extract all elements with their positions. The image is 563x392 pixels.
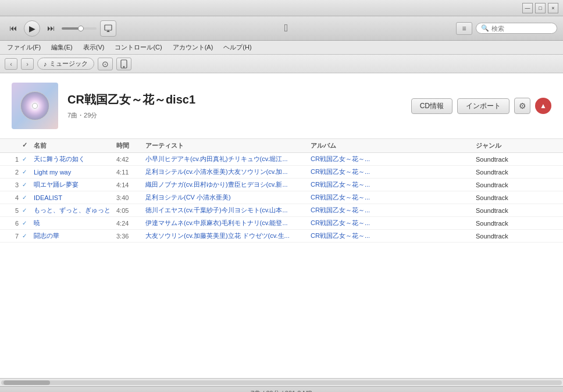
cd-art-icon [20,91,49,120]
play-button[interactable]: ▶ [24,20,40,37]
track-artist[interactable]: 大友ソウリン(cv.加藤英美里)立花 ドウゼツ(cv.生... [145,231,311,240]
gear-button[interactable]: ⚙ [514,98,530,114]
table-row[interactable]: 1 ✓ 天に舞う花の如く 4:42 小早川ヒデアキ(cv.内田真礼)チリキュウ(… [0,153,563,166]
fastforward-button[interactable]: ⏭ [44,22,58,35]
track-checkbox[interactable]: ✓ [22,194,34,201]
search-box[interactable]: 🔍 [476,23,557,34]
import-button[interactable]: インポート [457,98,509,114]
nav-forward-button[interactable]: › [21,58,34,70]
menu-help[interactable]: ヘルプ(H) [219,42,256,53]
table-row[interactable]: 4 ✓ IDEALIST 3:40 足利ヨシテル(CV 小清水亜美) CR戦国乙… [0,191,563,204]
nav-back-button[interactable]: ‹ [5,58,17,70]
track-time: 4:05 [116,207,145,214]
track-time: 4:42 [116,156,145,163]
track-checkbox[interactable]: ✓ [22,181,34,188]
track-genre: Soundtrack [476,181,558,188]
track-name[interactable]: Light my way [34,169,116,176]
track-checkbox[interactable]: ✓ [22,169,34,175]
track-number: 6 [5,220,22,227]
track-number: 1 [5,156,22,163]
track-album[interactable]: CR戦国乙女～花～... [311,219,476,227]
album-info: CR戦国乙女～花～disc1 7曲・29分 [67,92,402,120]
cd-center-hole [32,103,38,109]
track-name[interactable]: 天に舞う花の如く [34,155,116,163]
table-row[interactable]: 6 ✓ 暁 4:24 伊達マサムネ(cv.中原麻衣)毛利モトナリ(cv.能登..… [0,217,563,230]
track-checkbox[interactable]: ✓ [22,220,34,226]
volume-thumb [78,26,84,31]
close-button[interactable]: × [548,3,558,13]
track-name[interactable]: 唄エヤ踊レ夢宴 [34,180,116,189]
breadcrumb[interactable]: ♪ ミュージック [37,58,94,70]
menu-controls[interactable]: コントロール(C) [110,42,166,53]
track-album[interactable]: CR戦国乙女～花～... [311,193,476,202]
track-artist[interactable]: 織田ノブナガ(cv.田村ゆかり)豊臣ヒデヨシ(cv.新... [145,180,311,189]
track-name[interactable]: 暁 [34,219,116,227]
track-time: 4:14 [116,181,145,188]
track-time: 3:40 [116,194,145,201]
airplay-button[interactable] [100,20,116,37]
track-artist[interactable]: 徳川イエヤス(cv.千葉紗子)今川ヨシモト(cv.山本... [145,206,311,215]
track-checkbox[interactable]: ✓ [22,207,34,213]
svg-point-3 [123,66,124,67]
mobile-device-button[interactable] [116,58,131,70]
track-time: 3:36 [116,233,145,240]
eject-button[interactable]: ▲ [535,98,551,114]
maximize-button[interactable]: □ [535,3,546,13]
track-artist[interactable]: 小早川ヒデアキ(cv.内田真礼)チリキュウ(cv.堀江... [145,155,311,163]
menu-file[interactable]: ファイル(F) [2,42,45,53]
menu-account[interactable]: アカウント(A) [168,42,218,53]
cd-device-button[interactable]: ⊙ [98,58,113,70]
nav-bar: ‹ › ♪ ミュージック ⊙ [0,55,563,73]
album-meta: 7曲・29分 [67,111,402,120]
cd-info-button[interactable]: CD情報 [411,98,452,114]
volume-slider[interactable] [62,27,97,30]
track-name[interactable]: もっと、ずっと、ぎゅっと [34,206,116,215]
toolbar: ⏮ ▶ ⏭  ≡ 🔍 [0,16,563,41]
track-album[interactable]: CR戦国乙女～花～... [311,155,476,163]
track-genre: Soundtrack [476,169,558,176]
album-actions: CD情報 インポート ⚙ ▲ [411,98,551,114]
rewind-button[interactable]: ⏮ [6,22,20,35]
track-number: 7 [5,233,22,240]
track-artist[interactable]: 伊達マサムネ(cv.中原麻衣)毛利モトナリ(cv.能登... [145,219,311,227]
track-number: 2 [5,169,22,176]
menu-edit[interactable]: 編集(E) [47,42,77,53]
col-album: アルバム [311,141,476,150]
track-name[interactable]: 闘志の華 [34,231,116,240]
eject-icon: ▲ [540,102,547,110]
track-rows-container: 1 ✓ 天に舞う花の如く 4:42 小早川ヒデアキ(cv.内田真礼)チリキュウ(… [0,153,563,243]
apple-logo:  [120,22,452,34]
scroll-track[interactable] [1,380,562,385]
scroll-thumb[interactable] [3,380,50,385]
track-album[interactable]: CR戦国乙女～花～... [311,231,476,240]
track-number: 5 [5,207,22,214]
track-checkbox[interactable]: ✓ [22,156,34,162]
track-album[interactable]: CR戦国乙女～花～... [311,168,476,176]
scrollbar-area[interactable] [0,378,563,386]
track-album[interactable]: CR戦国乙女～花～... [311,206,476,215]
track-album[interactable]: CR戦国乙女～花～... [311,180,476,189]
window-controls[interactable]: — □ × [522,3,558,13]
title-bar: — □ × [0,0,563,16]
table-row[interactable]: 5 ✓ もっと、ずっと、ぎゅっと 4:05 徳川イエヤス(cv.千葉紗子)今川ヨ… [0,204,563,217]
menu-view[interactable]: 表示(V) [79,42,109,53]
table-row[interactable]: 7 ✓ 闘志の華 3:36 大友ソウリン(cv.加藤英美里)立花 ドウゼツ(cv… [0,230,563,243]
minimize-button[interactable]: — [522,3,533,13]
table-row[interactable]: 3 ✓ 唄エヤ踊レ夢宴 4:14 織田ノブナガ(cv.田村ゆかり)豊臣ヒデヨシ(… [0,179,563,191]
menu-bar: ファイル(F) 編集(E) 表示(V) コントロール(C) アカウント(A) ヘ… [0,41,563,55]
list-view-button[interactable]: ≡ [456,22,472,35]
track-artist[interactable]: 足利ヨシテル(cv.小清水亜美)大友ソウリン(cv.加... [145,168,311,176]
album-art [12,83,58,129]
svg-rect-0 [105,25,112,30]
table-row[interactable]: 2 ✓ Light my way 4:11 足利ヨシテル(cv.小清水亜美)大友… [0,166,563,179]
track-name[interactable]: IDEALIST [34,194,116,201]
track-genre: Soundtrack [476,194,558,201]
track-artist[interactable]: 足利ヨシテル(CV 小清水亜美) [145,193,311,202]
main-content: CR戦国乙女～花～disc1 7曲・29分 CD情報 インポート ⚙ ▲ ✓ 名… [0,73,563,378]
search-input[interactable] [491,25,550,32]
track-genre: Soundtrack [476,220,558,227]
track-number: 4 [5,194,22,201]
col-check: ✓ [22,141,34,150]
track-checkbox[interactable]: ✓ [22,233,34,239]
album-title: CR戦国乙女～花～disc1 [67,92,402,108]
